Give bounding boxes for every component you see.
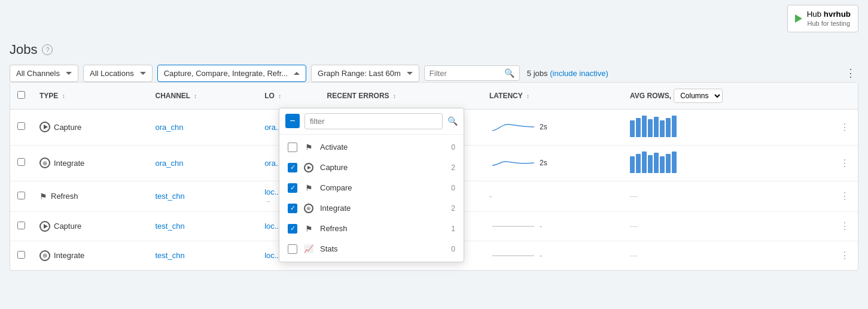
row-actions[interactable]: ⋮ (832, 109, 858, 145)
latency-sparkline (489, 119, 537, 135)
bar-chart-empty: — (630, 251, 638, 260)
filter-input[interactable] (430, 69, 501, 78)
dropdown-minus-button[interactable]: − (285, 114, 300, 128)
row-channel[interactable]: test_chn (148, 241, 257, 270)
row-latency: - (482, 181, 623, 211)
row-checkbox[interactable] (17, 251, 25, 259)
jobs-count-text: 5 jobs (527, 69, 548, 78)
dropdown-item[interactable]: Capture 2 (279, 157, 464, 178)
dropdown-item-count: 2 (446, 204, 455, 213)
svg-rect-8 (630, 156, 635, 173)
play-icon (795, 14, 802, 23)
row-checkbox-cell[interactable] (10, 211, 32, 241)
row-actions[interactable]: ⋮ (832, 211, 858, 241)
latency-value: - (540, 222, 542, 231)
row-actions[interactable]: ⋮ (832, 181, 858, 211)
type-filter-dropdown-button[interactable]: Capture, Compare, Integrate, Refr... (157, 65, 306, 82)
select-all-header[interactable] (10, 83, 32, 110)
dropdown-filter-input[interactable] (304, 113, 443, 129)
dropdown-item-label: Integrate (320, 204, 440, 213)
chevron-up-icon (294, 72, 300, 75)
dropdown-item-icon: ⚑ (303, 142, 314, 153)
row-actions[interactable]: ⋮ (832, 145, 858, 181)
row-checkbox[interactable] (17, 222, 25, 229)
row-checkbox-cell[interactable] (10, 109, 32, 145)
row-channel[interactable]: test_chn (148, 181, 257, 211)
svg-rect-14 (666, 154, 671, 173)
col-avg-rows: AVG ROWS, Columns (623, 83, 832, 110)
col-channel[interactable]: CHANNEL ↕ (148, 83, 257, 110)
row-more-icon[interactable]: ⋮ (839, 158, 851, 168)
dropdown-item-checkbox[interactable] (288, 244, 297, 254)
dropdown-item-label: Refresh (320, 224, 440, 233)
dropdown-item-checkbox[interactable] (288, 183, 297, 193)
dropdown-item[interactable]: 📈 Stats 0 (279, 239, 464, 259)
dropdown-item-checkbox[interactable] (288, 224, 297, 234)
channels-dropdown[interactable]: All Channels (10, 65, 78, 82)
row-channel[interactable]: ora_chn (148, 109, 257, 145)
dropdown-item-label: Stats (320, 244, 440, 253)
dropdown-item[interactable]: ⚑ Activate 0 (279, 137, 464, 157)
include-inactive-link[interactable]: (include inactive) (550, 69, 608, 78)
channel-link[interactable]: ora_chn (155, 123, 183, 132)
hub-button[interactable]: Hub hvrhub Hub for testing (787, 5, 858, 32)
dropdown-item-count: 0 (446, 184, 455, 192)
col-latency[interactable]: LATENCY ↕ (482, 83, 623, 110)
row-channel[interactable]: test_chn (148, 211, 257, 241)
type-filter-dropdown: − 🔍 ⚑ Activate 0 Capture 2 ⚑ Compare 0 (279, 108, 464, 262)
svg-rect-10 (642, 152, 647, 173)
row-checkbox[interactable] (17, 158, 25, 166)
hub-text: Hub hvrhub Hub for testing (807, 9, 851, 28)
dropdown-item-count: 0 (446, 143, 455, 152)
latency-sparkline (489, 247, 537, 264)
svg-rect-6 (666, 118, 671, 137)
dropdown-item-icon: ⚑ (303, 223, 314, 234)
dropdown-item-label: Compare (320, 183, 440, 192)
channel-link[interactable]: test_chn (155, 222, 184, 231)
select-all-checkbox[interactable] (17, 91, 25, 99)
locations-dropdown[interactable]: All Locations (83, 65, 153, 82)
bar-chart-empty: — (630, 192, 638, 201)
dropdown-item-count: 1 (446, 225, 455, 233)
help-icon[interactable]: ? (42, 44, 53, 55)
row-more-icon[interactable]: ⋮ (839, 221, 851, 231)
row-avg-rows: — (623, 241, 832, 270)
row-more-icon[interactable]: ⋮ (839, 122, 851, 132)
col-type[interactable]: TYPE ↕ (32, 83, 148, 110)
dropdown-item[interactable]: ⚑ Compare 0 (279, 178, 464, 198)
dropdown-item-checkbox[interactable] (288, 143, 297, 152)
svg-rect-5 (660, 120, 665, 137)
row-checkbox-cell[interactable] (10, 145, 32, 181)
latency-value: 2s (540, 123, 547, 131)
row-checkbox[interactable] (17, 192, 25, 199)
dropdown-item-icon: ⚑ (303, 183, 314, 193)
dropdown-item-checkbox[interactable] (288, 163, 297, 172)
search-icon: 🔍 (504, 68, 514, 78)
row-checkbox[interactable] (17, 122, 25, 130)
channel-link[interactable]: ora_chn (155, 159, 183, 168)
columns-select[interactable]: Columns (674, 89, 723, 103)
row-checkbox-cell[interactable] (10, 241, 32, 270)
row-more-icon[interactable]: ⋮ (839, 250, 851, 260)
row-latency: 2s (482, 109, 623, 145)
channel-link[interactable]: test_chn (155, 192, 184, 201)
row-channel[interactable]: ora_chn (148, 145, 257, 181)
row-more-icon[interactable]: ⋮ (839, 191, 851, 201)
dropdown-item-checkbox[interactable] (288, 204, 297, 213)
filter-input-wrap[interactable]: 🔍 (424, 65, 520, 81)
page-title-row: Jobs ? (10, 37, 858, 65)
dropdown-item[interactable]: ⊕ Integrate 2 (279, 198, 464, 219)
type-label: Capture (54, 123, 81, 132)
graph-range-dropdown[interactable]: Graph Range: Last 60m (311, 65, 419, 82)
dropdown-search-icon: 🔍 (447, 116, 458, 126)
col-location[interactable]: LO ↕ (257, 83, 319, 110)
row-checkbox-cell[interactable] (10, 181, 32, 211)
row-actions[interactable]: ⋮ (832, 241, 858, 270)
type-icon (39, 221, 50, 232)
row-type: ⊕ Integrate (32, 145, 148, 181)
dropdown-item[interactable]: ⚑ Refresh 1 (279, 219, 464, 239)
toolbar-more-icon[interactable]: ⋮ (843, 66, 858, 80)
sort-icon: ↕ (194, 93, 197, 99)
channel-link[interactable]: test_chn (155, 251, 184, 260)
col-recent-errors[interactable]: RECENT ERRORS ↕ (320, 83, 482, 110)
